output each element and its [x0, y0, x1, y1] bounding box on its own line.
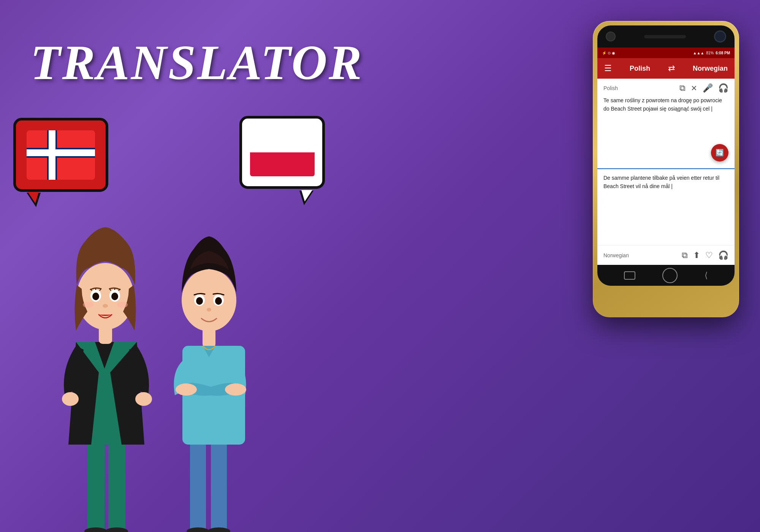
svg-point-18 — [117, 302, 128, 308]
svg-point-20 — [135, 392, 152, 406]
recents-button[interactable]: ⟨ — [705, 271, 708, 280]
polish-flag-bottom — [250, 152, 315, 176]
polish-speech-bubble — [239, 116, 327, 192]
female-character — [46, 209, 163, 532]
swap-languages-button[interactable]: ⇄ — [668, 63, 675, 73]
time-text: 6:08 PM — [716, 51, 730, 55]
svg-point-31 — [215, 297, 222, 305]
speaker-grille — [644, 35, 686, 38]
svg-point-5 — [77, 263, 134, 330]
norwegian-speech-bubble — [13, 118, 110, 194]
output-bottom-bar: Norwegian ⧉ ⬆ ♡ 🎧 — [597, 245, 735, 265]
output-language-label: Norwegian — [603, 252, 629, 258]
translate-button[interactable]: 🔄 — [711, 144, 728, 162]
usb-icon: ⚡ — [602, 51, 606, 55]
input-section: Polish ⧉ ✕ 🎤 🎧 Te same rośliny z powrote… — [597, 79, 735, 151]
menu-icon[interactable]: ☰ — [604, 63, 612, 73]
signal-icon: ▲▲▲ — [693, 51, 704, 55]
mic-input-button[interactable]: 🎤 — [703, 83, 713, 93]
svg-point-17 — [83, 302, 93, 308]
favorite-button[interactable]: ♡ — [705, 250, 713, 260]
output-text: De samme plantene tilbake på veien etter… — [603, 174, 728, 191]
translate-divider: 🔄 — [597, 151, 735, 169]
copy-output-button[interactable]: ⧉ — [682, 250, 688, 260]
svg-rect-21 — [190, 441, 206, 532]
front-camera-left — [606, 32, 616, 41]
android-icon: ⊙ — [608, 51, 611, 55]
svg-rect-1 — [108, 441, 125, 532]
app-title: TRANSLATOR — [30, 30, 363, 92]
status-bar: ⚡ ⊙ ◉ ▲▲▲ 81% 6:08 PM — [597, 48, 735, 58]
input-text[interactable]: Te same rośliny z powrotem na drogę po p… — [603, 96, 728, 113]
wifi-icon: ◉ — [612, 51, 615, 55]
translate-icon: 🔄 — [716, 149, 724, 157]
listen-output-button[interactable]: 🎧 — [718, 250, 728, 260]
app-header: ☰ Polish ⇄ Norwegian — [597, 58, 735, 79]
share-button[interactable]: ⬆ — [693, 250, 700, 260]
male-character — [156, 220, 266, 532]
phone: ⚡ ⊙ ◉ ▲▲▲ 81% 6:08 PM ☰ Polish ⇄ Norwegi… — [593, 21, 739, 317]
camera-right — [714, 30, 726, 43]
svg-rect-22 — [211, 441, 227, 532]
target-language[interactable]: Norwegian — [693, 65, 728, 73]
svg-point-16 — [103, 304, 108, 308]
source-language[interactable]: Polish — [630, 65, 650, 73]
output-section: De samme plantene tilbake på veien etter… — [597, 169, 735, 245]
copy-input-button[interactable]: ⧉ — [679, 83, 686, 93]
input-language-label: Polish — [603, 85, 618, 91]
svg-point-33 — [176, 383, 197, 396]
back-button[interactable] — [624, 271, 635, 280]
polish-flag-top — [250, 129, 315, 153]
svg-point-32 — [207, 308, 211, 312]
svg-point-8 — [92, 293, 99, 300]
listen-input-button[interactable]: 🎧 — [718, 83, 728, 93]
svg-point-9 — [111, 293, 118, 300]
svg-point-19 — [62, 392, 79, 406]
battery-text: 81% — [706, 51, 714, 55]
status-left-icons: ⚡ ⊙ ◉ — [602, 51, 615, 55]
clear-input-button[interactable]: ✕ — [691, 84, 697, 93]
svg-point-30 — [196, 297, 203, 305]
home-button[interactable] — [662, 268, 678, 283]
svg-rect-0 — [87, 441, 104, 532]
status-right-icons: ▲▲▲ 81% 6:08 PM — [693, 51, 730, 55]
svg-point-34 — [225, 383, 246, 396]
